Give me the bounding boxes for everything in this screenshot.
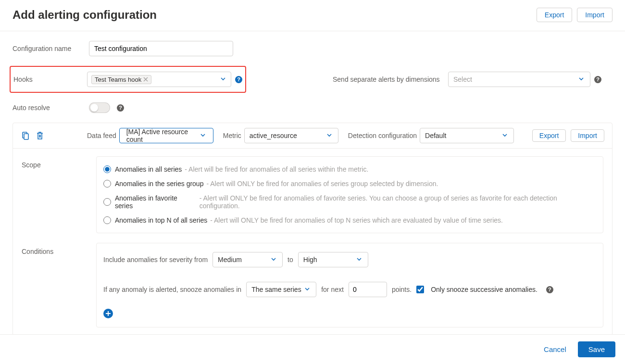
hooks-tag-label: Test Teams hook [95, 76, 141, 83]
chevron-down-icon [304, 286, 311, 293]
chevron-down-icon [200, 132, 206, 139]
snooze-scope-value: The same series [251, 286, 301, 293]
scope-desc-1: - Alert will ONLY be fired for anomalies… [206, 180, 438, 188]
scope-section-label: Scope [22, 156, 96, 233]
save-button[interactable]: Save [578, 341, 615, 357]
chevron-down-icon [326, 132, 333, 139]
severity-to-value: High [303, 256, 317, 264]
metric-select[interactable]: active_resource [244, 128, 338, 143]
severity-to-label: to [288, 256, 293, 264]
detection-select[interactable]: Default [420, 128, 514, 143]
severity-from-text: Include anomalies for severity from [103, 256, 208, 264]
hooks-tag-chip: Test Teams hook [91, 75, 151, 84]
severity-from-value: Medium [218, 256, 242, 264]
panel-import-button[interactable]: Import [571, 129, 604, 142]
scope-desc-2: - Alert will ONLY be fired for anomalies… [200, 194, 596, 210]
snooze-points-input[interactable] [349, 282, 387, 297]
conditions-section-label: Conditions [22, 243, 96, 327]
hooks-help-icon[interactable]: ? [235, 76, 242, 83]
successive-label: Only snooze successive anomalies. [431, 286, 538, 293]
config-name-input[interactable] [89, 41, 233, 56]
config-name-label: Configuration name [12, 45, 89, 52]
export-button[interactable]: Export [537, 8, 572, 22]
scope-title-3: Anomalies in top N of all series [115, 216, 207, 224]
trash-icon[interactable] [36, 131, 44, 140]
chevron-down-icon [502, 132, 509, 139]
dimensions-select[interactable]: Select [448, 72, 590, 87]
remove-hook-icon[interactable] [143, 77, 148, 82]
dimensions-placeholder: Select [453, 75, 472, 83]
scope-option-all-series[interactable]: Anomalies in all series - Alert will be … [103, 165, 596, 173]
scope-radio-all[interactable] [103, 165, 111, 173]
import-button[interactable]: Import [577, 8, 612, 22]
for-next-label: for next [321, 286, 344, 293]
dimensions-help-icon[interactable]: ? [594, 76, 601, 83]
detection-label: Detection configuration [348, 132, 417, 139]
toggle-knob [90, 104, 98, 112]
svg-rect-1 [24, 134, 28, 139]
chevron-down-icon [356, 256, 363, 263]
data-feed-value: [MA] Active resource count [126, 128, 200, 143]
chevron-down-icon [271, 256, 277, 263]
auto-resolve-label: Auto resolve [12, 104, 89, 112]
hooks-select[interactable]: Test Teams hook [87, 72, 231, 87]
scope-title-1: Anomalies in the series group [115, 180, 203, 188]
panel-export-button[interactable]: Export [532, 129, 566, 142]
scope-option-top-n[interactable]: Anomalies in top N of all series - Alert… [103, 216, 596, 224]
add-condition-button[interactable] [103, 309, 113, 318]
auto-resolve-help-icon[interactable]: ? [117, 104, 124, 112]
detection-value: Default [425, 132, 446, 139]
severity-to-select[interactable]: High [298, 252, 368, 267]
scope-desc-0: - Alert will be fired for anomalies of a… [185, 165, 368, 173]
successive-checkbox[interactable] [416, 286, 424, 293]
chevron-down-icon [578, 76, 585, 83]
cancel-button[interactable]: Cancel [536, 341, 574, 357]
scope-option-favorite[interactable]: Anomalies in favorite series - Alert wil… [103, 194, 596, 210]
auto-resolve-toggle[interactable] [89, 102, 110, 113]
scope-title-0: Anomalies in all series [115, 165, 182, 173]
metric-value: active_resource [250, 132, 297, 139]
scope-title-2: Anomalies in favorite series [115, 194, 197, 210]
severity-from-select[interactable]: Medium [212, 252, 283, 267]
copy-icon[interactable] [21, 131, 29, 140]
scope-radio-topn[interactable] [103, 216, 111, 224]
header-actions: Export Import [537, 8, 612, 22]
metric-label: Metric [223, 132, 241, 139]
dimensions-label: Send separate alerts by dimensions [333, 75, 448, 83]
data-feed-label: Data feed [87, 132, 116, 139]
successive-help-icon[interactable]: ? [546, 286, 553, 293]
scope-option-series-group[interactable]: Anomalies in the series group - Alert wi… [103, 180, 596, 188]
points-label: points. [392, 286, 412, 293]
scope-radio-group[interactable] [103, 180, 111, 188]
chevron-down-icon[interactable] [220, 76, 227, 83]
page-title: Add alerting configuration [12, 8, 157, 22]
snooze-scope-select[interactable]: The same series [246, 282, 316, 297]
scope-radio-favorite[interactable] [103, 198, 111, 206]
snooze-text: If any anomaly is alerted, snooze anomal… [103, 286, 241, 293]
data-feed-select[interactable]: [MA] Active resource count [119, 128, 213, 143]
hooks-highlighted-group: Hooks Test Teams hook ? [10, 66, 246, 93]
scope-desc-3: - Alert will ONLY be fired for anomalies… [210, 216, 503, 224]
hooks-label: Hooks [11, 75, 87, 83]
